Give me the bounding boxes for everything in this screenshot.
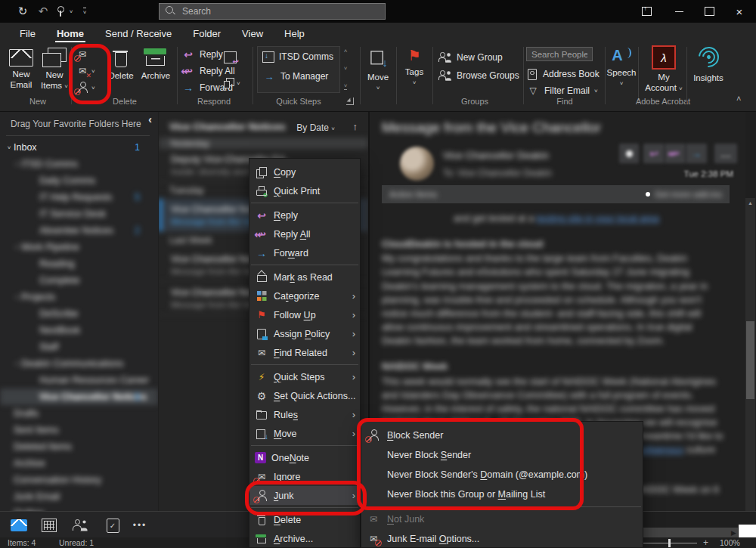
- submenu-item[interactable]: Not Junk: [361, 509, 643, 529]
- nav-more-button[interactable]: •••: [130, 518, 150, 533]
- nav-tasks-button[interactable]: ✓: [103, 518, 122, 533]
- new-items-button[interactable]: New Items ˅: [38, 45, 71, 95]
- body-link[interactable]: testing site in your local area: [537, 212, 659, 224]
- reply-button[interactable]: Reply: [181, 47, 223, 62]
- browse-groups-button[interactable]: Browse Groups: [438, 68, 519, 83]
- context-menu-item[interactable]: Find Related ›: [249, 343, 360, 362]
- quick-steps-scroll[interactable]: ˄˅˅: [340, 46, 351, 91]
- ribbon-display-options-button[interactable]: [630, 0, 663, 23]
- collapse-folder-pane-button[interactable]: ‹: [148, 113, 152, 125]
- quick-step-itsd-comms[interactable]: ITSD Comms: [258, 47, 339, 67]
- context-menu-item[interactable]: Follow Up ›: [249, 305, 360, 324]
- submenu-item[interactable]: Never Block Sender's Domain (@example.co…: [361, 465, 643, 485]
- context-menu-item[interactable]: Move ›: [249, 424, 360, 443]
- ribbon-tab[interactable]: Folder: [184, 23, 230, 44]
- folder-item[interactable]: ˅ Drafts: [0, 405, 158, 422]
- more-actions-button[interactable]: ...: [714, 144, 737, 163]
- context-menu-item[interactable]: Forward ›: [249, 243, 360, 262]
- folder-item[interactable]: ˅ Deakin Communications: [0, 355, 158, 372]
- folder-item[interactable]: ˅ Vice Chancellor Notices 1: [0, 389, 158, 405]
- addin-alert-bar[interactable]: Action Items Get more add-ins: [382, 185, 730, 203]
- delete-button[interactable]: Delete: [104, 45, 138, 95]
- submenu-item[interactable]: Junk E-mail Options...: [361, 529, 643, 548]
- reply-with-meeting-button[interactable]: [224, 50, 251, 65]
- quick-step-to-manager[interactable]: To Manager: [258, 67, 339, 86]
- folder-item[interactable]: ˅ NextBook: [0, 322, 158, 339]
- reply-message-button[interactable]: [643, 144, 665, 163]
- context-menu-item[interactable]: Copy ›: [249, 163, 360, 181]
- ribbon-tab[interactable]: Send / Receive: [96, 23, 181, 44]
- context-menu-item[interactable]: Archive... ›: [249, 529, 360, 548]
- folder-item[interactable]: ˅ Inbox 1: [0, 139, 158, 156]
- ribbon-tab[interactable]: Help: [275, 23, 314, 44]
- vertical-scrollbar[interactable]: ▲ ▼: [745, 198, 755, 525]
- scroll-right-arrow[interactable]: ▶: [731, 528, 736, 537]
- nav-calendar-button[interactable]: [39, 518, 59, 533]
- context-menu-item[interactable]: Delete ›: [249, 510, 360, 529]
- address-book-button[interactable]: Address Book: [526, 67, 600, 82]
- speech-button[interactable]: A Speech ˅: [605, 45, 638, 95]
- zoom-in-button[interactable]: +: [703, 537, 708, 548]
- touch-mode-dropdown[interactable]: ˅: [67, 0, 76, 23]
- context-menu-item[interactable]: Categorize ›: [249, 286, 360, 305]
- more-respond-actions-button[interactable]: ˅: [224, 76, 251, 91]
- folder-item[interactable]: ˅ Complete: [0, 272, 158, 289]
- search-people-input[interactable]: [526, 47, 593, 61]
- forward-message-button[interactable]: [686, 144, 707, 163]
- undo-button[interactable]: [35, 0, 51, 23]
- close-button[interactable]: ×: [723, 0, 756, 23]
- addin-button[interactable]: [619, 144, 639, 163]
- context-menu-item[interactable]: Quick Print ›: [249, 181, 360, 200]
- filter-email-button[interactable]: Filter Email ˅: [526, 83, 598, 98]
- zoom-slider-handle[interactable]: [668, 539, 671, 547]
- folder-item[interactable]: ˅ Projects: [0, 289, 158, 305]
- search-people-field[interactable]: [526, 47, 593, 61]
- folder-item[interactable]: ˅ ITSD Comms: [0, 156, 158, 172]
- clean-up-button[interactable]: ˅: [76, 63, 103, 79]
- my-account-button[interactable]: λ MyAccount ˅: [644, 45, 683, 95]
- search-input[interactable]: [159, 3, 386, 20]
- sort-direction-button[interactable]: ↑: [353, 121, 358, 132]
- new-group-button[interactable]: New Group: [438, 50, 503, 65]
- ribbon-tab[interactable]: Home: [48, 23, 93, 44]
- zoom-level[interactable]: 100%: [720, 538, 740, 547]
- context-menu-item[interactable]: Mark as Read ›: [249, 268, 360, 286]
- folder-item[interactable]: ˅ Junk Email: [0, 488, 158, 505]
- folder-item[interactable]: ˅ IT Help Requests 5: [0, 189, 158, 206]
- quick-steps-dialog-launcher[interactable]: [346, 98, 354, 105]
- folder-item[interactable]: ˅ Deleted Items: [0, 438, 158, 455]
- junk-button[interactable]: ˅: [76, 80, 103, 95]
- ribbon-tab[interactable]: File: [11, 23, 45, 44]
- message-list-item[interactable]: Yesterday: [159, 138, 368, 149]
- context-menu-item[interactable]: Quick Steps ›: [249, 367, 360, 386]
- move-button[interactable]: Move ˅: [361, 45, 395, 95]
- folder-item[interactable]: ˅ Absentee Notices 2: [0, 222, 158, 239]
- scroll-up-arrow[interactable]: ▲: [745, 198, 755, 207]
- collapse-ribbon-button[interactable]: ˄: [736, 94, 741, 103]
- folder-item[interactable]: ˅ DeScribe: [0, 305, 158, 322]
- context-menu-item[interactable]: Set Quick Actions... ›: [249, 386, 360, 405]
- send-receive-sync-button[interactable]: [14, 0, 32, 23]
- ignore-button[interactable]: [76, 47, 103, 62]
- submenu-item[interactable]: Never Block this Group or Mailing List: [361, 485, 643, 504]
- folder-item[interactable]: ˅ Conversation History: [0, 472, 158, 488]
- submenu-item[interactable]: Never Block Sender: [361, 445, 643, 465]
- folder-item[interactable]: ˅ Archive: [0, 455, 158, 472]
- new-email-button[interactable]: New Email: [5, 45, 38, 95]
- nav-people-button[interactable]: [71, 518, 91, 533]
- reply-all-message-button[interactable]: [665, 144, 686, 163]
- folder-item[interactable]: ˅ Reading: [0, 255, 158, 272]
- folder-item[interactable]: ˅ Outbox: [0, 505, 158, 511]
- folder-item[interactable]: ˅ Daily Comms: [0, 172, 158, 189]
- context-menu-item[interactable]: Reply ›: [249, 206, 360, 224]
- touch-mode-button[interactable]: [53, 0, 68, 23]
- context-menu-item[interactable]: Rules ›: [249, 405, 360, 424]
- archive-button[interactable]: Archive: [139, 45, 172, 95]
- context-menu-item[interactable]: Ignore ›: [249, 467, 360, 486]
- ribbon-tab[interactable]: View: [233, 23, 272, 44]
- nav-mail-button[interactable]: [9, 518, 29, 533]
- folder-item[interactable]: ˅ Work Pipeline: [0, 239, 158, 255]
- customize-quick-access-button[interactable]: ˅: [79, 0, 91, 23]
- context-menu-item[interactable]: Assign Policy ›: [249, 324, 360, 343]
- context-menu-item[interactable]: Junk ›: [249, 486, 360, 505]
